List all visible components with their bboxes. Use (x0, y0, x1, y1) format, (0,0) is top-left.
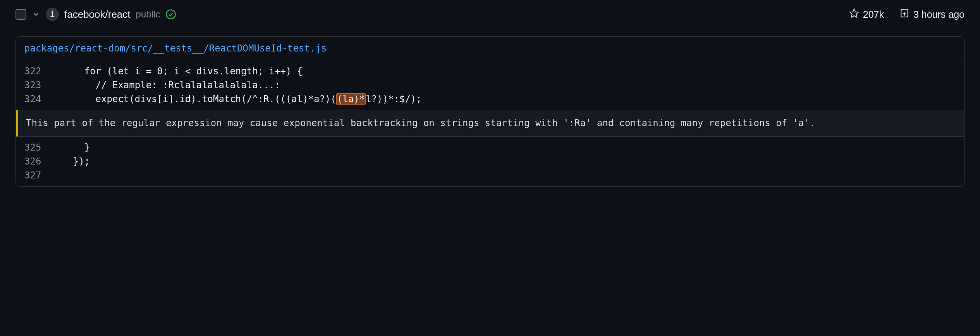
code-block-bottom: 325 } 326 }); 327 (16, 137, 964, 186)
code-text: } (51, 141, 90, 154)
repo-link[interactable]: facebook/react (64, 9, 131, 21)
line-number: 325 (16, 141, 51, 154)
code-result-panel: packages/react-dom/src/__tests__/ReactDO… (15, 36, 965, 187)
code-line: 324 expect(divs[i].id).toMatch(/^:R.(((a… (16, 92, 964, 106)
alert-annotation: This part of the regular expression may … (16, 110, 964, 137)
code-text: }); (51, 154, 90, 168)
code-line: 322 for (let i = 0; i < divs.length; i++… (16, 64, 964, 78)
star-count: 207k (849, 8, 884, 21)
pushed-time: 3 hours ago (899, 8, 965, 21)
svg-point-0 (167, 10, 175, 19)
line-number: 323 (16, 78, 51, 92)
chevron-down-icon[interactable] (32, 10, 40, 19)
regex-highlight: (la)* (336, 93, 366, 105)
code-text: expect(divs[i].id).toMatch(/^:R.(((al)*a… (51, 92, 422, 106)
pushed-time-value: 3 hours ago (913, 9, 965, 20)
code-line: 325 } (16, 141, 964, 154)
result-header: 1 facebook/react public 207k 3 hours ago (15, 8, 965, 21)
visibility-label: public (136, 9, 160, 20)
repo-push-icon (899, 8, 910, 21)
code-line: 323 // Example: :Rclalalalalalala...: (16, 78, 964, 92)
result-count-badge: 1 (46, 8, 59, 21)
code-text: for (let i = 0; i < divs.length; i++) { (51, 64, 303, 78)
code-line: 326 }); (16, 154, 964, 168)
code-block-top: 322 for (let i = 0; i < divs.length; i++… (16, 60, 964, 110)
line-number: 326 (16, 154, 51, 168)
star-icon (849, 8, 859, 21)
svg-marker-1 (850, 9, 858, 17)
code-text: // Example: :Rclalalalalalala...: (51, 78, 280, 92)
line-number: 327 (16, 168, 51, 182)
line-number: 324 (16, 92, 51, 106)
check-circle-icon (165, 9, 176, 20)
file-path-link[interactable]: packages/react-dom/src/__tests__/ReactDO… (16, 37, 964, 60)
code-line: 327 (16, 168, 964, 182)
line-number: 322 (16, 64, 51, 78)
select-checkbox[interactable] (15, 9, 26, 20)
star-count-value: 207k (863, 9, 884, 20)
